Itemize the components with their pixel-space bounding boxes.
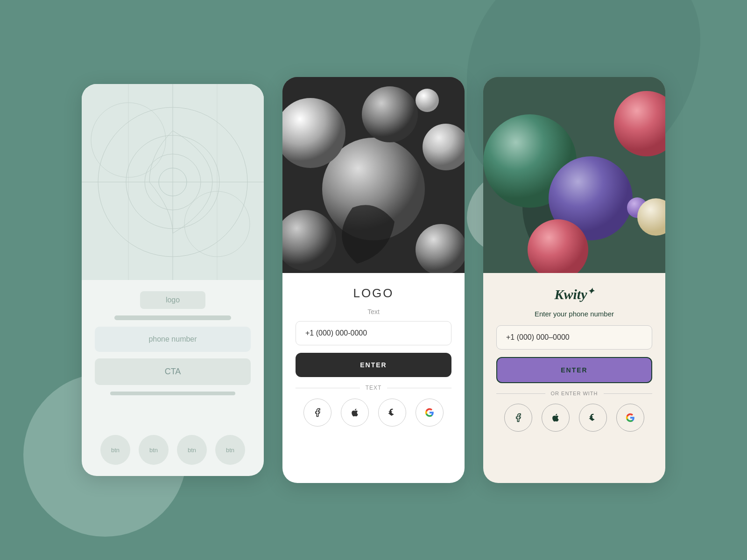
col-google-button[interactable] (616, 404, 644, 432)
wireframe-social-buttons: btn btn btn btn (95, 435, 251, 465)
card-wireframe: logo phone number CTA btn btn btn (82, 84, 264, 476)
colored-image (483, 77, 665, 273)
divider-line-left (296, 388, 360, 388)
colored-social-row (496, 404, 652, 432)
svg-point-15 (416, 89, 439, 112)
wireframe-image (82, 84, 264, 280)
grayscale-text-label: Text (296, 308, 451, 315)
cards-container: logo phone number CTA btn btn btn (82, 77, 665, 483)
wireframe-bottom-bar (110, 392, 235, 395)
wireframe-btn-2[interactable]: btn (139, 435, 169, 465)
grayscale-phone-input[interactable]: +1 (000) 000-0000 (296, 321, 451, 345)
grayscale-social-row (296, 399, 451, 427)
kwity-logo: Kwity✦ (496, 286, 652, 302)
divider-line-right (387, 388, 451, 388)
wireframe-cta-button[interactable]: CTA (95, 358, 251, 385)
google-button[interactable] (416, 399, 444, 427)
card-grayscale: LOGO Text +1 (000) 000-0000 ENTER TEXT (282, 77, 465, 483)
facebook-button[interactable] (303, 399, 331, 427)
colored-phone-input[interactable]: +1 (000) 000–0000 (496, 325, 652, 350)
snapchat-button[interactable] (378, 399, 406, 427)
wireframe-text-bar (114, 315, 232, 320)
wireframe-logo: logo (140, 291, 205, 309)
apple-button[interactable] (341, 399, 369, 427)
wireframe-btn-1[interactable]: btn (100, 435, 130, 465)
col-divider-line-right (604, 393, 653, 394)
grayscale-enter-button[interactable]: ENTER (296, 353, 451, 377)
wireframe-btn-4[interactable]: btn (215, 435, 245, 465)
col-facebook-button[interactable] (504, 404, 532, 432)
col-snapchat-button[interactable] (579, 404, 607, 432)
colored-content: Kwity✦ Enter your phone number +1 (000) … (483, 273, 665, 483)
wireframe-phone-input[interactable]: phone number (95, 327, 251, 352)
grayscale-content: LOGO Text +1 (000) 000-0000 ENTER TEXT (282, 273, 465, 483)
wireframe-btn-3[interactable]: btn (177, 435, 207, 465)
grayscale-logo: LOGO (296, 286, 451, 301)
col-divider-line-left (496, 393, 545, 394)
svg-point-13 (362, 86, 418, 142)
card-colored: Kwity✦ Enter your phone number +1 (000) … (483, 77, 665, 483)
colored-divider: OR ENTER WITH (496, 391, 652, 396)
colored-phone-label: Enter your phone number (496, 310, 652, 318)
wireframe-content: logo phone number CTA btn btn btn (82, 280, 264, 476)
grayscale-divider: TEXT (296, 385, 451, 391)
grayscale-image (282, 77, 465, 273)
colored-enter-button[interactable]: ENTER (496, 357, 652, 383)
col-apple-button[interactable] (542, 404, 570, 432)
